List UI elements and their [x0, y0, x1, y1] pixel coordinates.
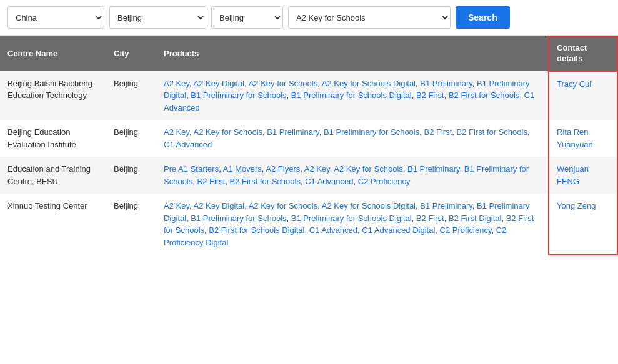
contact-link[interactable]: Tracy Cui: [557, 78, 609, 91]
product-link[interactable]: A2 Key for Schools: [249, 201, 318, 210]
product-link[interactable]: B2 First for Schools: [449, 91, 519, 100]
cell-centre-name: Education and Training Centre, BFSU: [0, 157, 106, 194]
cell-contact: Rita Ren Yuanyuan: [549, 120, 617, 157]
cell-contact: Yong Zeng: [549, 194, 617, 255]
product-link[interactable]: A1 Movers: [223, 164, 262, 174]
product-link[interactable]: B2 First for Schools Digital: [209, 225, 304, 235]
product-link[interactable]: A2 Key for Schools Digital: [322, 201, 416, 210]
product-link[interactable]: B2 First for Schools: [457, 127, 527, 137]
results-table: Centre Name City Products Contactdetails…: [0, 36, 618, 255]
contact-link[interactable]: Yong Zeng: [557, 200, 609, 212]
table-row: Beijing Education Evaluation InstituteBe…: [0, 120, 617, 157]
cell-city: Beijing: [106, 71, 156, 121]
product-link[interactable]: B2 First: [416, 91, 444, 100]
cell-products: Pre A1 Starters, A1 Movers, A2 Flyers, A…: [156, 157, 549, 194]
cell-centre-name: Xinnuo Testing Center: [0, 194, 106, 255]
cell-city: Beijing: [106, 120, 156, 157]
cell-city: Beijing: [106, 157, 156, 194]
product-link[interactable]: C1 Advanced Digital: [362, 225, 435, 235]
cell-products: A2 Key, A2 Key for Schools, B1 Prelimina…: [156, 120, 549, 157]
province-select[interactable]: Beijing: [109, 6, 206, 29]
search-button[interactable]: Search: [456, 6, 510, 29]
cell-products: A2 Key, A2 Key Digital, A2 Key for Schoo…: [156, 194, 549, 255]
product-link[interactable]: B1 Preliminary for Schools: [191, 214, 286, 223]
th-products: Products: [156, 36, 549, 71]
cell-products: A2 Key, A2 Key Digital, A2 Key for Schoo…: [156, 71, 549, 121]
product-link[interactable]: B2 First: [424, 127, 452, 137]
contact-link[interactable]: Rita Ren Yuanyuan: [557, 126, 609, 150]
cell-contact: Tracy Cui: [549, 71, 617, 121]
product-link[interactable]: C1 Advanced: [164, 140, 212, 149]
product-link[interactable]: B2 First Digital: [449, 214, 502, 223]
product-link[interactable]: B2 First: [416, 214, 444, 223]
product-link[interactable]: A2 Key: [164, 79, 189, 88]
product-link[interactable]: B1 Preliminary: [407, 164, 460, 174]
table-row: Beijing Baishi Baicheng Education Techno…: [0, 71, 617, 121]
toolbar: China Beijing Beijing A2 Key for Schools…: [0, 0, 618, 36]
cell-centre-name: Beijing Education Evaluation Institute: [0, 120, 106, 157]
product-link[interactable]: A2 Key for Schools: [193, 127, 262, 137]
table-row: Xinnuo Testing CenterBeijingA2 Key, A2 K…: [0, 194, 617, 255]
product-link[interactable]: A2 Key for Schools: [249, 79, 318, 88]
product-link[interactable]: A2 Flyers: [266, 164, 300, 174]
product-link[interactable]: B2 First: [197, 177, 225, 186]
product-link[interactable]: B1 Preliminary for Schools: [191, 91, 286, 100]
th-city: City: [106, 36, 156, 71]
product-link[interactable]: B1 Preliminary for Schools: [324, 127, 419, 137]
product-link[interactable]: C2 Proficiency: [440, 225, 492, 235]
product-link[interactable]: A2 Key for Schools: [334, 164, 403, 174]
product-link[interactable]: Pre A1 Starters: [164, 164, 219, 174]
product-link[interactable]: A2 Key: [304, 164, 330, 174]
cell-centre-name: Beijing Baishi Baicheng Education Techno…: [0, 71, 106, 121]
product-link[interactable]: B1 Preliminary: [420, 79, 472, 88]
product-link[interactable]: B1 Preliminary for Schools Digital: [291, 91, 412, 100]
th-contact-details: Contactdetails: [549, 36, 617, 71]
product-link[interactable]: A2 Key: [164, 201, 189, 210]
product-link[interactable]: A2 Key for Schools Digital: [322, 79, 416, 88]
product-link[interactable]: C1 Advanced: [305, 177, 353, 186]
exam-select[interactable]: A2 Key for Schools: [288, 6, 451, 29]
product-link[interactable]: C2 Proficiency: [358, 177, 411, 186]
product-link[interactable]: C1 Advanced: [309, 225, 357, 235]
table-row: Education and Training Centre, BFSUBeiji…: [0, 157, 617, 194]
product-link[interactable]: A2 Key: [164, 127, 189, 137]
cell-city: Beijing: [106, 194, 156, 255]
table-wrapper: Centre Name City Products Contactdetails…: [0, 36, 618, 364]
country-select[interactable]: China: [7, 6, 104, 29]
product-link[interactable]: B2 First for Schools: [230, 177, 301, 186]
product-link[interactable]: B1 Preliminary: [420, 201, 472, 210]
product-link[interactable]: B1 Preliminary: [267, 127, 319, 137]
product-link[interactable]: B1 Preliminary for Schools Digital: [291, 214, 412, 223]
product-link[interactable]: A2 Key Digital: [193, 79, 244, 88]
cell-contact: Wenjuan FENG: [549, 157, 617, 194]
product-link[interactable]: A2 Key Digital: [193, 201, 244, 210]
th-centre-name: Centre Name: [0, 36, 106, 71]
city-select[interactable]: Beijing: [211, 6, 283, 29]
table-header-row: Centre Name City Products Contactdetails: [0, 36, 617, 71]
contact-link[interactable]: Wenjuan FENG: [557, 163, 609, 187]
